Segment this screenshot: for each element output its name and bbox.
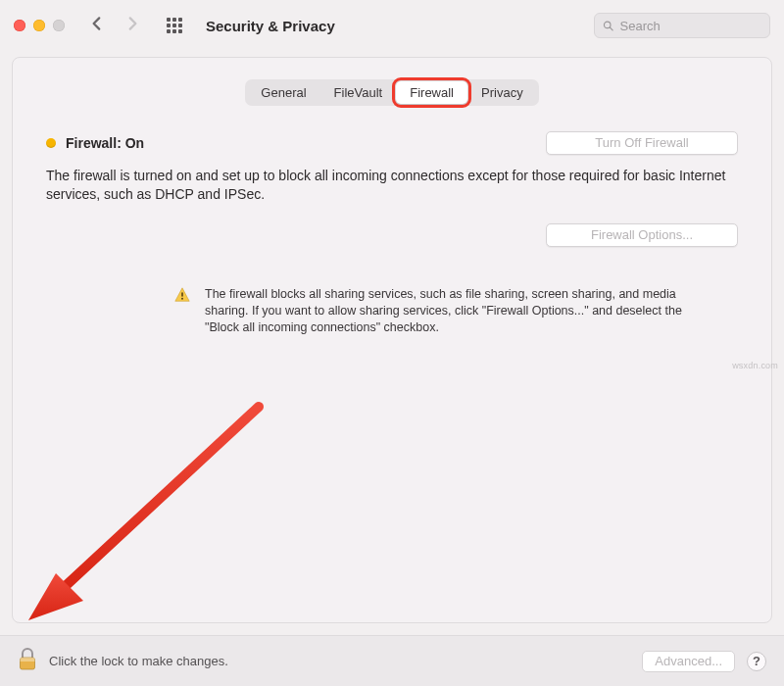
firewall-description: The firewall is turned on and set up to … (46, 167, 738, 204)
advanced-button[interactable]: Advanced... (642, 651, 735, 672)
tab-filevault[interactable]: FileVault (320, 81, 397, 104)
maximize-window-button[interactable] (53, 20, 65, 31)
window-controls (14, 20, 65, 31)
svg-line-4 (56, 407, 259, 595)
security-privacy-window: Security & Privacy General FileVault Fir… (0, 0, 784, 686)
search-icon (603, 20, 614, 32)
lock-icon (18, 647, 37, 672)
firewall-note: The firewall blocks all sharing services… (173, 286, 699, 336)
search-field[interactable] (594, 13, 770, 38)
annotation-arrow-icon (9, 387, 283, 626)
all-preferences-button[interactable] (167, 18, 182, 33)
status-dot-icon (46, 138, 56, 148)
nav-controls (88, 15, 141, 36)
firewall-status-row: Firewall: On Turn Off Firewall (46, 131, 738, 155)
lock-hint-text: Click the lock to make changes. (49, 654, 630, 668)
chevron-left-icon (88, 15, 106, 32)
watermark-text: wsxdn.com (732, 361, 778, 370)
lock-button[interactable] (18, 647, 37, 676)
svg-marker-5 (28, 573, 83, 620)
close-window-button[interactable] (14, 20, 25, 31)
tab-bar: General FileVault Firewall Privacy (46, 79, 738, 106)
minimize-window-button[interactable] (33, 20, 45, 31)
firewall-status-label: Firewall: On (66, 135, 536, 151)
svg-point-3 (181, 298, 183, 300)
preference-pane: General FileVault Firewall Privacy Firew… (12, 57, 772, 623)
window-toolbar: Security & Privacy (0, 0, 784, 51)
forward-button[interactable] (123, 15, 141, 36)
svg-rect-2 (181, 292, 183, 297)
firewall-options-button[interactable]: Firewall Options... (546, 223, 738, 247)
svg-rect-7 (21, 658, 35, 662)
firewall-note-text: The firewall blocks all sharing services… (205, 286, 699, 336)
svg-line-1 (610, 26, 612, 29)
tab-firewall[interactable]: Firewall (396, 81, 467, 104)
help-button[interactable]: ? (747, 652, 766, 671)
search-input[interactable] (620, 19, 761, 33)
options-row: Firewall Options... (46, 223, 738, 247)
tab-privacy[interactable]: Privacy (467, 81, 537, 104)
warning-icon (173, 286, 191, 336)
back-button[interactable] (88, 15, 106, 36)
turn-off-firewall-button[interactable]: Turn Off Firewall (546, 131, 738, 155)
segmented-control: General FileVault Firewall Privacy (245, 79, 538, 106)
chevron-right-icon (123, 15, 141, 32)
window-title: Security & Privacy (206, 18, 335, 34)
tab-general[interactable]: General (247, 81, 319, 104)
footer-bar: Click the lock to make changes. Advanced… (0, 635, 784, 686)
